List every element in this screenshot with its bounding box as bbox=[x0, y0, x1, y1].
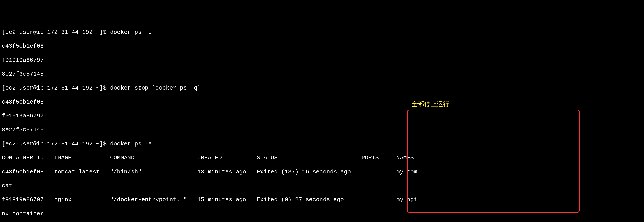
table-row-wrap: nx_container bbox=[2, 210, 642, 217]
cell-names: my_tom bbox=[396, 168, 417, 175]
cell-status: Exited (137) 16 seconds ago bbox=[257, 168, 362, 175]
header-container-id: CONTAINER ID bbox=[2, 154, 54, 161]
output-line: f91919a86797 bbox=[2, 57, 642, 64]
cell-ports bbox=[362, 168, 396, 175]
header-status: STATUS bbox=[257, 154, 362, 161]
command-3: docker ps -a bbox=[110, 140, 152, 147]
prompt-user: ec2-user bbox=[5, 140, 33, 147]
output-line: c43f5cb1ef08 bbox=[2, 43, 642, 50]
prompt-close: ] bbox=[100, 140, 103, 147]
output-line: 8e27f3c57145 bbox=[2, 71, 642, 78]
prompt-symbol: $ bbox=[103, 140, 110, 147]
header-image: IMAGE bbox=[54, 154, 110, 161]
prompt-symbol: $ bbox=[103, 29, 110, 36]
cell-names: my_ngi bbox=[396, 196, 417, 203]
prompt-host: ip-172-31-44-192 bbox=[37, 140, 93, 147]
cell-status: Exited (0) 27 seconds ago bbox=[257, 196, 362, 203]
prompt-open: [ bbox=[2, 84, 5, 91]
prompt-at: @ bbox=[33, 84, 37, 91]
table-row: c43f5cb1ef08 tomcat:latest "/bin/sh" 13 … bbox=[2, 168, 642, 176]
output-line: c43f5cb1ef08 bbox=[2, 99, 642, 106]
header-command: COMMAND bbox=[110, 154, 197, 161]
cell-image: tomcat:latest bbox=[54, 168, 110, 175]
prompt-path: ~ bbox=[93, 29, 100, 36]
cell-image: nginx bbox=[54, 196, 110, 203]
annotation-text: 全部停止运行 bbox=[412, 100, 449, 108]
prompt-user: ec2-user bbox=[5, 29, 33, 36]
prompt-host: ip-172-31-44-192 bbox=[37, 29, 93, 36]
table-row: f91919a86797 nginx "/docker-entrypoint.…… bbox=[2, 196, 642, 203]
prompt-close: ] bbox=[100, 84, 103, 91]
prompt-open: [ bbox=[2, 29, 5, 36]
prompt-path: ~ bbox=[93, 84, 100, 91]
terminal-line-3: [ec2-user@ip-172-31-44-192 ~]$ docker ps… bbox=[2, 140, 642, 148]
table-header-row: CONTAINER ID IMAGE COMMAND CREATED STATU… bbox=[2, 154, 642, 161]
prompt-open: [ bbox=[2, 140, 5, 147]
prompt-at: @ bbox=[33, 140, 37, 147]
prompt-host: ip-172-31-44-192 bbox=[37, 84, 93, 91]
output-line: 8e27f3c57145 bbox=[2, 126, 642, 134]
command-1: docker ps -q bbox=[110, 29, 152, 36]
cell-created: 13 minutes ago bbox=[197, 168, 257, 175]
cell-command: "/bin/sh" bbox=[110, 168, 197, 175]
header-names: NAMES bbox=[396, 154, 414, 161]
table-row-wrap: cat bbox=[2, 182, 642, 189]
cell-command: "/docker-entrypoint.…" bbox=[110, 196, 197, 203]
cell-container-id: f91919a86797 bbox=[2, 196, 54, 203]
prompt-close: ] bbox=[100, 29, 103, 36]
cell-ports bbox=[362, 196, 396, 203]
command-2: docker stop `docker ps -q` bbox=[110, 84, 201, 91]
prompt-user: ec2-user bbox=[5, 84, 33, 91]
output-line: f91919a86797 bbox=[2, 112, 642, 120]
cell-created: 15 minutes ago bbox=[197, 196, 257, 203]
header-ports: PORTS bbox=[362, 154, 396, 161]
terminal-line-2: [ec2-user@ip-172-31-44-192 ~]$ docker st… bbox=[2, 84, 642, 92]
prompt-symbol: $ bbox=[103, 84, 110, 91]
terminal-line-1: [ec2-user@ip-172-31-44-192 ~]$ docker ps… bbox=[2, 29, 642, 36]
cell-container-id: c43f5cb1ef08 bbox=[2, 168, 54, 175]
prompt-at: @ bbox=[33, 29, 37, 36]
prompt-path: ~ bbox=[93, 140, 100, 147]
header-created: CREATED bbox=[197, 154, 257, 161]
